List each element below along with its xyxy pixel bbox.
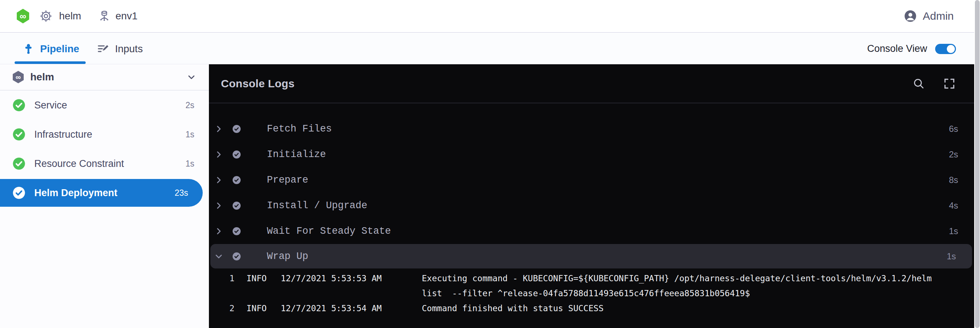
sidebar-pipeline-name: helm — [30, 71, 54, 83]
chevron-right-icon[interactable] — [214, 150, 223, 159]
console-step-wrap-up[interactable]: Wrap Up 1s — [210, 244, 972, 269]
console-title: Console Logs — [221, 77, 294, 90]
environment-name[interactable]: env1 — [116, 10, 138, 22]
fullscreen-icon[interactable] — [943, 77, 956, 90]
console-step-label: Initialize — [267, 149, 326, 160]
chevron-right-icon[interactable] — [214, 226, 223, 236]
top-bar: ∞ helm env1 Admin — [0, 0, 974, 33]
log-timestamp: 12/7/2021 5:53:53 AM — [281, 271, 422, 286]
user-menu[interactable]: Admin — [904, 10, 974, 22]
project-name[interactable]: helm — [59, 10, 81, 22]
console-step-initialize[interactable]: Initialize 2s — [209, 142, 974, 167]
toggle-knob — [947, 45, 955, 53]
success-check-icon — [13, 128, 25, 141]
console-header: Console Logs — [209, 64, 974, 103]
sidebar-item-infrastructure[interactable]: Infrastructure 1s — [0, 120, 209, 149]
sidebar-item-resource-constraint[interactable]: Resource Constraint 1s — [0, 149, 209, 178]
step-duration: 4s — [949, 200, 958, 211]
user-name: Admin — [923, 10, 954, 22]
console-logs-panel: Console Logs Fetch Files — [209, 64, 974, 328]
chevron-right-icon[interactable] — [214, 201, 223, 210]
log-line-number: 1 — [209, 271, 234, 286]
sidebar-item-helm-deployment[interactable]: Helm Deployment 23s — [0, 179, 203, 207]
log-line: 2 INFO 12/7/2021 5:53:54 AM Command fini… — [209, 301, 974, 316]
success-check-icon — [13, 157, 25, 170]
gear-icon[interactable] — [40, 10, 52, 22]
console-step-fetch-files[interactable]: Fetch Files 6s — [209, 116, 974, 142]
console-step-prepare[interactable]: Prepare 8s — [209, 167, 974, 193]
sidebar-item-service[interactable]: Service 2s — [0, 91, 209, 120]
tab-inputs-label: Inputs — [115, 43, 143, 55]
step-duration: 8s — [949, 175, 958, 185]
sidebar-item-label: Infrastructure — [34, 129, 92, 140]
step-duration: 1s — [947, 251, 956, 261]
success-check-icon — [232, 252, 241, 261]
avatar-icon — [904, 10, 917, 22]
step-duration: 2s — [186, 101, 194, 110]
tab-inputs[interactable]: Inputs — [97, 43, 143, 55]
log-timestamp: 12/7/2021 5:53:54 AM — [281, 301, 422, 316]
success-check-icon — [232, 150, 241, 159]
chevron-right-icon[interactable] — [214, 124, 223, 134]
step-duration: 1s — [186, 159, 194, 169]
tab-pipeline-label: Pipeline — [40, 43, 79, 55]
success-check-icon — [13, 186, 25, 200]
success-check-icon — [232, 125, 241, 133]
console-step-label: Fetch Files — [267, 123, 332, 134]
step-duration: 23s — [175, 188, 188, 198]
tab-pipeline[interactable]: Pipeline — [22, 43, 79, 55]
sidebar-item-label: Service — [34, 100, 67, 111]
harness-logo-icon: ∞ — [17, 9, 29, 23]
step-duration: 2s — [949, 149, 958, 160]
success-check-icon — [13, 99, 25, 112]
log-message: Command finished with status SUCCESS — [422, 301, 943, 316]
step-duration: 1s — [949, 226, 958, 236]
success-check-icon — [232, 227, 241, 235]
console-step-label: Wait For Steady State — [267, 226, 391, 237]
step-duration: 6s — [949, 124, 958, 134]
tabs-bar: Pipeline Inputs Console View — [0, 34, 974, 64]
sidebar-pipeline-header[interactable]: ∞ helm — [0, 64, 209, 91]
log-level: INFO — [247, 301, 281, 316]
chevron-down-icon[interactable] — [186, 72, 197, 82]
console-step-wait-for-steady-state[interactable]: Wait For Steady State 1s — [209, 218, 974, 244]
step-duration: 1s — [186, 130, 194, 139]
console-step-install-upgrade[interactable]: Install / Upgrade 4s — [209, 193, 974, 218]
console-step-label: Install / Upgrade — [267, 200, 367, 211]
chevron-right-icon[interactable] — [214, 175, 223, 185]
pipeline-hex-icon: ∞ — [13, 71, 24, 83]
console-step-label: Wrap Up — [267, 251, 308, 262]
inputs-icon — [97, 43, 109, 55]
log-line: 1 INFO 12/7/2021 5:53:53 AM Executing co… — [209, 271, 974, 301]
log-line-number: 2 — [209, 301, 234, 316]
log-level: INFO — [247, 271, 281, 286]
console-view-toggle[interactable] — [935, 44, 956, 54]
log-output: 1 INFO 12/7/2021 5:53:53 AM Executing co… — [209, 271, 974, 316]
execution-sidebar: ∞ helm Service 2s Infrastructure 1s — [0, 64, 209, 328]
success-check-icon — [232, 176, 241, 184]
console-view-label: Console View — [867, 43, 927, 54]
console-view-control: Console View — [867, 43, 974, 54]
sidebar-item-label: Helm Deployment — [34, 187, 118, 199]
page-scrollbar[interactable] — [974, 0, 980, 328]
search-icon[interactable] — [912, 77, 925, 90]
chevron-down-icon[interactable] — [214, 252, 223, 261]
log-message: Executing command - KUBECONFIG=${KUBECON… — [422, 271, 943, 301]
console-step-list: Fetch Files 6s Initialize 2s Prepare 8s — [209, 103, 974, 316]
environment-icon — [98, 10, 110, 22]
console-step-label: Prepare — [267, 174, 308, 186]
sidebar-item-label: Resource Constraint — [34, 158, 124, 170]
pipeline-icon — [22, 43, 34, 55]
success-check-icon — [232, 201, 241, 210]
scrollbar-thumb[interactable] — [975, 0, 980, 328]
